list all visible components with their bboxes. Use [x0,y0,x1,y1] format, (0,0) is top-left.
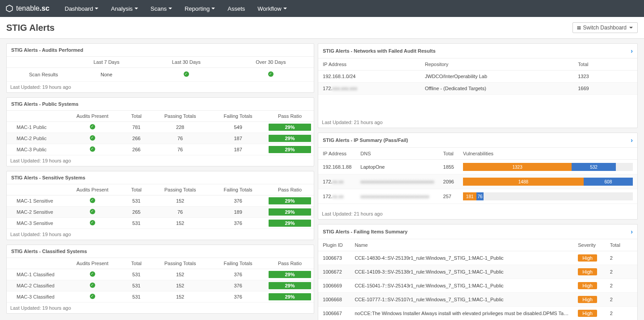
panel-title-failing-text: STIG Alerts - Failing Items Summary [323,229,408,234]
passing-cell: 76 [150,207,210,218]
passing-cell: 76 [150,133,210,144]
ratio-bar: 29% [269,293,311,300]
table-row[interactable]: MAC-1 Classified53115237629% [7,269,314,280]
ratio-cell: 29% [266,195,314,207]
table-row[interactable]: MAC-1 Public78122854929% [7,122,314,133]
chevron-right-icon[interactable]: › [631,47,633,54]
sensitive-table: Audits PresentTotalPassing TotalsFailing… [7,184,314,229]
total-cell: 2096 [439,175,459,189]
total-cell: 1855 [439,160,459,175]
plugin-id-cell: 1006673 [318,251,350,265]
panel-networks-failed: STIG Alerts - Networks with Failed Audit… [318,43,638,128]
nav-item-reporting[interactable]: Reporting [178,5,221,12]
nav-item-assets[interactable]: Assets [221,5,251,12]
table-row[interactable]: 1006673CCE-14830-4::SV-25139r1_rule:Wind… [318,251,637,265]
ip-cell: 192.168.1.0/24 [318,71,420,83]
severity-badge: High [578,254,597,262]
total-cell: 2 [606,307,637,320]
panel-title-ipsummary-text: STIG Alerts - IP Summary (Pass/Fail) [323,137,408,143]
ratio-bar: 29% [269,282,311,289]
failing-cell: 376 [210,269,265,280]
repo-cell: JWDCO/InterOperability Lab [421,71,574,83]
panel-title-ipsummary: STIG Alerts - IP Summary (Pass/Fail) › [318,133,637,148]
networks-table: IP AddressRepositoryTotal192.168.1.0/24J… [318,58,637,95]
total-cell: 2 [606,265,637,279]
passing-cell: 152 [150,280,210,291]
vuln-cell: 1488608 [459,175,637,189]
table-row[interactable]: 172.xx.xxxxxxxxxxxxxxxxxxxxxxxxxxxxxxxx2… [318,175,637,189]
ratio-bar: 29% [269,146,311,153]
nav-item-dashboard[interactable]: Dashboard [59,5,105,12]
table-row[interactable]: MAC-1 Sensitive53115237629% [7,195,314,207]
failing-cell: 376 [210,195,265,207]
plugin-id-cell: 1006667 [318,307,350,320]
audit-cell [62,122,123,133]
ratio-cell: 29% [266,269,314,280]
nav-label: Scans [151,5,167,12]
chevron-right-icon[interactable]: › [631,228,633,235]
hexagon-icon [5,4,13,12]
table-row[interactable]: 1006669CCE-15041-7::SV-25143r1_rule:Wind… [318,279,637,293]
brand-suffix: .sc [40,4,50,12]
panel-public-systems: STIG Alerts - Public Systems Audits Pres… [6,97,314,166]
table-row[interactable]: MAC-3 Public2667618729% [7,144,314,155]
check-icon [90,146,95,152]
col-ip: IP Address [318,58,420,71]
audit-cell [62,280,123,291]
table-row[interactable]: 1006672CCE-14109-3::SV-25138r1_rule:Wind… [318,265,637,279]
repo-cell: Offline - (Dedicated Targets) [421,83,574,95]
networks-updated: Last Updated: 21 hours ago [318,117,637,128]
col-header: Failing Totals [210,184,265,195]
failing-table: Plugin IDNameSeverityTotal1006673CCE-148… [318,239,637,320]
total-cell: 266 [123,133,150,144]
nav-item-scans[interactable]: Scans [144,5,178,12]
severity-badge: High [578,310,597,317]
failing-cell: 189 [210,207,265,218]
caret-down-icon [168,8,172,9]
table-row[interactable]: 172.xx.xxxxxxxxxxxxxxxxxxxxxxxxxxxxxx257… [318,189,637,204]
ip-cell: 172.xxx.xxx.xxx [318,83,420,95]
switch-dashboard-button[interactable]: Switch Dashboard [572,22,638,33]
table-row[interactable]: MAC-3 Classified53115237629% [7,291,314,303]
panel-title-classified: STIG Alerts - Classified Systems [7,245,314,258]
table-row[interactable]: MAC-2 Sensitive2657618929% [7,207,314,218]
total-cell: 265 [123,207,150,218]
table-row[interactable]: 172.xxx.xxx.xxxOffline - (Dedicated Targ… [318,83,637,95]
vuln-seg-high: 1323 [463,163,572,171]
passing-cell: 152 [150,218,210,229]
table-row[interactable]: MAC-2 Classified53115237629% [7,280,314,291]
col-header: Pass Ratio [266,258,314,269]
nav-item-workflow[interactable]: Workflow [251,5,293,12]
table-row[interactable]: MAC-2 Public2667618729% [7,133,314,144]
ip-cell: 192.168.1.88 [318,160,356,175]
panel-audits-performed: STIG Alerts - Audits Performed Last 7 Da… [6,43,314,93]
table-row[interactable]: 1006668CCE-10777-1::SV-25107r1_rule:Wind… [318,293,637,307]
col-vuln: Vulnerabilities [459,148,637,160]
ratio-bar: 29% [269,135,311,142]
col-header: Passing Totals [150,111,210,122]
brand-logo[interactable]: tenable.sc [5,4,50,12]
dns-cell: xxxxxxxxxxxxxxxxxxxxxxxxxxxx [356,189,439,204]
table-row[interactable]: 192.168.1.88LaptopOne18551323532 [318,160,637,175]
col-last30: Last 30 Days [145,57,228,68]
table-row[interactable]: 1006667noCCE:The Windows Installer Alway… [318,307,637,320]
chevron-right-icon[interactable]: › [631,137,633,144]
check-icon [90,220,95,225]
passing-cell: 152 [150,269,210,280]
vulnerability-bar: 18176 [463,192,633,200]
panel-classified-systems: STIG Alerts - Classified Systems Audits … [6,245,314,314]
severity-badge: High [578,268,597,275]
nav-item-analysis[interactable]: Analysis [105,5,144,12]
col-header: Passing Totals [150,258,210,269]
audits-last7-val: None [68,68,144,82]
total-cell: 1323 [573,71,637,83]
table-row[interactable]: MAC-3 Sensitive53115237629% [7,218,314,229]
nav-label: Analysis [111,5,132,12]
total-cell: 531 [123,218,150,229]
ip-cell: 172.xx.xx [318,189,356,204]
check-icon [90,271,95,277]
table-row[interactable]: 192.168.1.0/24JWDCO/InterOperability Lab… [318,71,637,83]
dns-cell: LaptopOne [356,160,439,175]
panel-title-networks: STIG Alerts - Networks with Failed Audit… [318,44,637,58]
col-over30: Over 30 Days [228,57,314,68]
